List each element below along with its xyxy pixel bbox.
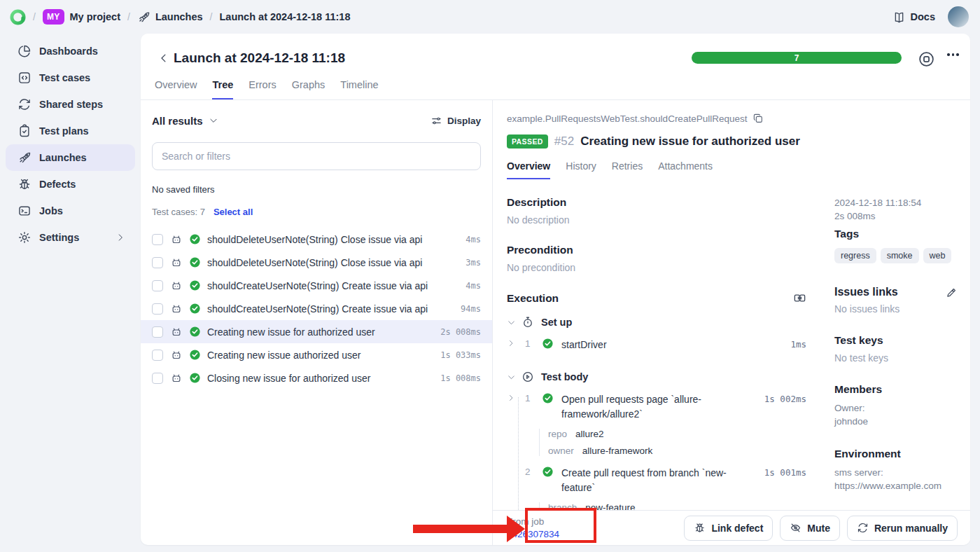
- docs-button[interactable]: Docs: [892, 11, 935, 24]
- launch-progress-bar[interactable]: 7: [692, 52, 902, 64]
- sidebar-item-jobs[interactable]: Jobs: [6, 198, 135, 224]
- search-input[interactable]: [152, 142, 481, 170]
- sidebar-item-launches[interactable]: Launches: [6, 144, 135, 171]
- test-name: Creating new issue for authorized user: [207, 326, 435, 338]
- tab-detail-overview[interactable]: Overview: [507, 160, 550, 179]
- step-name: Open pull requests page `allure-framewor…: [561, 392, 743, 422]
- rerun-icon: [857, 522, 869, 534]
- passed-status-icon: [189, 280, 201, 291]
- test-duration: 4ms: [465, 281, 481, 291]
- rocket-icon: [18, 151, 31, 165]
- row-checkbox[interactable]: [152, 303, 163, 315]
- edit-pencil-icon[interactable]: [946, 287, 958, 298]
- tags-list: regresssmokeweb: [834, 248, 958, 263]
- code-icon: [18, 71, 31, 85]
- test-row[interactable]: Creating new issue authorized user 1s 03…: [141, 343, 492, 366]
- tab-errors[interactable]: Errors: [248, 79, 276, 99]
- breadcrumb-project[interactable]: My project: [70, 11, 121, 22]
- members-heading: Members: [834, 383, 958, 396]
- test-row[interactable]: shouldCreateUserNote(String) Create issu…: [141, 274, 492, 297]
- row-checkbox[interactable]: [152, 234, 163, 245]
- sidebar-item-dashboards[interactable]: Dashboards: [6, 38, 135, 64]
- rocket-icon: [137, 11, 150, 24]
- sliders-icon: [430, 115, 442, 127]
- avatar[interactable]: [948, 6, 969, 27]
- tab-detail-retries[interactable]: Retries: [612, 160, 643, 179]
- environment-heading: Environment: [834, 448, 958, 460]
- tab-graphs[interactable]: Graphs: [292, 79, 326, 99]
- step-number: 2: [525, 466, 542, 477]
- mute-label: Mute: [807, 523, 830, 534]
- test-duration: 2s 008ms: [440, 327, 481, 337]
- display-button[interactable]: Display: [430, 115, 481, 127]
- sidebar-item-test-plans[interactable]: Test plans: [6, 118, 135, 144]
- breadcrumb-launches[interactable]: Launches: [155, 11, 203, 22]
- passed-status-icon: [542, 338, 554, 350]
- param-value: allure2: [575, 429, 604, 439]
- test-row[interactable]: shouldDeleteUserNote(String) Close issue…: [141, 251, 492, 274]
- tab-tree[interactable]: Tree: [212, 79, 233, 99]
- step-number: 1: [525, 338, 542, 349]
- tab-overview[interactable]: Overview: [155, 79, 197, 99]
- rerun-manually-button[interactable]: Rerun manually: [847, 516, 958, 541]
- results-filter-dropdown[interactable]: All results: [152, 115, 218, 127]
- chevron-down-icon[interactable]: [507, 373, 516, 382]
- test-name: Closing new issue for authorized user: [207, 373, 435, 384]
- row-checkbox[interactable]: [152, 280, 163, 291]
- test-duration: 94ms: [461, 304, 481, 314]
- copy-icon[interactable]: [752, 113, 764, 124]
- bug-icon: [694, 522, 706, 534]
- status-badge: PASSED: [507, 134, 548, 149]
- tag-pill: regress: [834, 248, 876, 263]
- row-checkbox[interactable]: [152, 373, 163, 384]
- stop-launch-icon[interactable]: [918, 50, 935, 68]
- owner-value: johndoe: [834, 415, 958, 428]
- project-badge[interactable]: MY: [43, 9, 64, 25]
- chevron-down-icon[interactable]: [507, 318, 516, 327]
- back-button[interactable]: [158, 52, 170, 64]
- tab-detail-attachments[interactable]: Attachments: [658, 160, 713, 179]
- step-row[interactable]: 2 Create pull request from branch `new-f…: [507, 466, 806, 495]
- filter-label: All results: [152, 115, 203, 127]
- breadcrumb-current-page: Launch at 2024-12-18 11:18: [219, 11, 350, 22]
- row-checkbox[interactable]: [152, 350, 163, 361]
- sidebar-item-label: Test plans: [39, 125, 89, 137]
- step-row[interactable]: 1 Open pull requests page `allure-framew…: [507, 392, 806, 422]
- test-row[interactable]: Creating new issue for authorized user 2…: [141, 320, 492, 343]
- tab-timeline[interactable]: Timeline: [340, 79, 378, 99]
- test-row[interactable]: shouldCreateUserNote(String) Create issu…: [141, 297, 492, 320]
- allure-logo[interactable]: [10, 9, 26, 25]
- sidebar-item-shared-steps[interactable]: Shared steps: [6, 91, 135, 118]
- passed-status-icon: [189, 349, 201, 361]
- row-checkbox[interactable]: [152, 326, 163, 338]
- tab-detail-history[interactable]: History: [566, 160, 596, 179]
- sidebar-item-settings[interactable]: Settings: [6, 224, 135, 251]
- select-all-link[interactable]: Select all: [214, 207, 253, 217]
- step-row[interactable]: 1 startDriver 1ms: [507, 338, 806, 352]
- test-detail-panel: example.PullRequestsWebTest.shouldCreate…: [493, 100, 970, 545]
- sidebar-item-test-cases[interactable]: Test cases: [6, 64, 135, 91]
- saved-filters-label: No saved filters: [152, 184, 481, 195]
- passed-status-icon: [542, 392, 554, 404]
- chevron-right-icon[interactable]: [507, 339, 515, 347]
- passed-status-icon: [189, 303, 201, 315]
- sidebar: Dashboards Test cases Shared steps Test …: [0, 34, 141, 552]
- main-card: Launch at 2024-12-18 11:18 7 Overview Tr…: [141, 34, 970, 545]
- sidebar-item-label: Settings: [39, 232, 79, 243]
- test-row[interactable]: Closing new issue for authorized user 1s…: [141, 366, 492, 389]
- play-circle-icon: [522, 371, 534, 383]
- rerun-label: Rerun manually: [874, 523, 948, 534]
- step-duration: 1ms: [790, 338, 806, 350]
- chevron-right-icon[interactable]: [507, 394, 515, 402]
- mute-button[interactable]: Mute: [780, 516, 840, 541]
- sidebar-item-defects[interactable]: Defects: [6, 171, 135, 198]
- link-defect-button[interactable]: Link defect: [684, 516, 773, 541]
- compare-executions-icon[interactable]: [793, 291, 806, 305]
- precondition-heading: Precondition: [507, 244, 806, 256]
- more-menu-button[interactable]: [947, 53, 959, 56]
- test-row[interactable]: shouldDeleteUserNote(String) Close issue…: [141, 228, 492, 251]
- description-heading: Description: [507, 196, 806, 209]
- automated-bot-icon: [170, 303, 183, 315]
- row-checkbox[interactable]: [152, 257, 163, 268]
- environment-value: https://www.example.com: [834, 479, 948, 492]
